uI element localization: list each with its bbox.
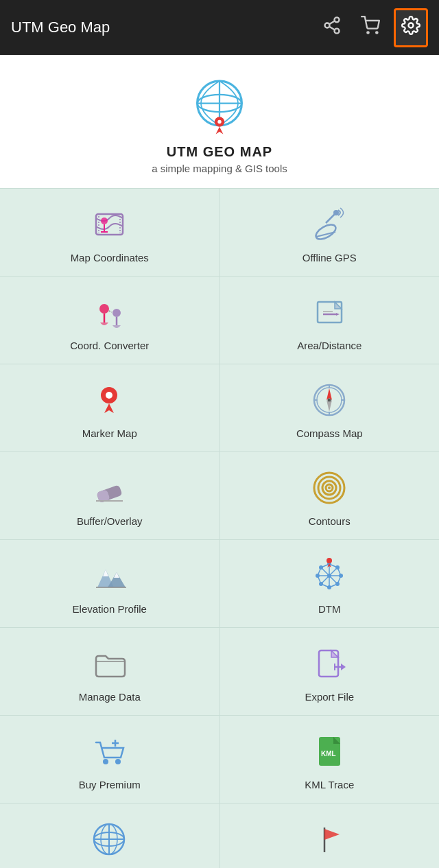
app-name: UTM GEO MAP <box>167 144 272 160</box>
kml-trace-icon: KML <box>309 731 350 772</box>
marker-map-icon <box>89 379 130 421</box>
svg-line-69 <box>337 567 341 576</box>
svg-point-88 <box>115 759 121 764</box>
grid-cell-compass-map[interactable]: Compass Map <box>220 364 440 451</box>
svg-line-67 <box>329 564 337 567</box>
svg-point-26 <box>112 309 121 317</box>
hero-section: UTM GEO MAP a simple mapping & GIS tools <box>0 55 439 188</box>
export-file-icon <box>309 643 350 684</box>
svg-line-70 <box>318 576 321 584</box>
kml-trace-label: KML Trace <box>305 779 354 790</box>
grid-cell-kml-trace[interactable]: KML KML Trace <box>220 716 440 803</box>
grid-cell-map-coordinates[interactable]: Map Coordinates <box>0 189 220 276</box>
grid-cell-marker-map[interactable]: Marker Map <box>0 364 220 451</box>
grid-cell-area-distance[interactable]: Area/Distance <box>220 277 440 364</box>
grid-cell-contours[interactable]: Contours <box>220 452 440 539</box>
app-header: UTM Geo Map <box>0 0 439 55</box>
grid-cell-dtm[interactable]: DTM <box>220 540 440 627</box>
svg-line-28 <box>109 311 112 312</box>
globe-icon <box>189 75 250 137</box>
grid-cell-coord-converter[interactable]: Coord. Converter <box>0 277 220 364</box>
cart-icon[interactable] <box>355 10 385 45</box>
svg-point-22 <box>333 210 339 215</box>
export-file-label: Export File <box>305 691 354 703</box>
app-subtitle: a simple mapping & GIS tools <box>152 163 287 174</box>
grid-cell-elevation-profile[interactable]: Elevation Profile <box>0 540 220 627</box>
manage-data-icon <box>89 643 130 684</box>
coord-converter-icon <box>89 292 130 333</box>
svg-line-79 <box>321 576 329 584</box>
svg-point-82 <box>327 558 332 563</box>
map-coordinates-label: Map Coordinates <box>71 252 149 263</box>
svg-marker-37 <box>327 388 332 400</box>
svg-line-21 <box>326 214 335 223</box>
area-distance-label: Area/Distance <box>297 340 361 351</box>
svg-marker-85 <box>341 664 346 670</box>
grid-cell-buffer-overlay[interactable]: Buffer/Overlay <box>0 452 220 539</box>
svg-line-4 <box>329 21 335 24</box>
svg-marker-31 <box>336 313 340 316</box>
dtm-label: DTM <box>318 603 341 615</box>
svg-line-68 <box>318 567 321 576</box>
elevation-profile-icon <box>89 555 130 596</box>
svg-marker-38 <box>327 400 332 412</box>
svg-point-87 <box>103 759 108 764</box>
compass-map-label: Compass Map <box>296 427 363 439</box>
svg-line-81 <box>329 576 337 584</box>
svg-point-34 <box>106 392 112 399</box>
svg-point-6 <box>376 32 377 33</box>
svg-point-13 <box>217 120 221 124</box>
dtm-icon <box>309 555 350 596</box>
share-icon[interactable] <box>317 10 347 45</box>
svg-marker-54 <box>103 570 108 576</box>
svg-point-15 <box>101 218 108 224</box>
area-distance-icon <box>309 292 350 333</box>
grid-cell-find-point[interactable]: Find Point <box>220 804 440 868</box>
svg-line-74 <box>321 567 329 576</box>
svg-line-76 <box>329 567 337 576</box>
grid-cell-buy-premium[interactable]: Buy Premium <box>0 716 220 803</box>
svg-marker-55 <box>114 572 119 578</box>
svg-line-71 <box>337 576 341 584</box>
svg-point-24 <box>99 304 109 314</box>
settings-icon[interactable] <box>394 8 428 47</box>
contours-icon <box>309 467 350 508</box>
svg-line-72 <box>321 584 329 587</box>
manage-data-label: Manage Data <box>79 691 141 703</box>
grid-cell-worldwide-crs[interactable]: Worldwide CRS <box>0 804 220 868</box>
compass-map-icon <box>309 379 350 421</box>
svg-line-66 <box>321 564 329 567</box>
svg-point-5 <box>367 32 368 33</box>
svg-line-3 <box>329 26 335 30</box>
buffer-overlay-label: Buffer/Overlay <box>77 515 143 527</box>
buffer-overlay-icon <box>89 467 130 508</box>
app-title: UTM Geo Map <box>11 19 309 36</box>
svg-text:KML: KML <box>321 750 336 758</box>
offline-gps-icon <box>309 204 350 245</box>
map-coordinates-icon <box>89 204 130 245</box>
buy-premium-label: Buy Premium <box>79 779 141 790</box>
elevation-profile-label: Elevation Profile <box>73 603 147 615</box>
grid-cell-manage-data[interactable]: Manage Data <box>0 628 220 715</box>
svg-marker-99 <box>324 829 340 840</box>
grid-cell-export-file[interactable]: Export File <box>220 628 440 715</box>
coord-converter-label: Coord. Converter <box>70 340 149 351</box>
worldwide-crs-icon <box>89 819 130 860</box>
marker-map-label: Marker Map <box>82 427 137 439</box>
find-point-icon <box>309 819 350 860</box>
svg-point-43 <box>327 398 331 401</box>
svg-point-51 <box>328 486 331 489</box>
buy-premium-icon <box>89 731 130 772</box>
grid-cell-offline-gps[interactable]: Offline GPS <box>220 189 440 276</box>
svg-line-73 <box>329 584 337 587</box>
offline-gps-label: Offline GPS <box>302 252 357 263</box>
contours-label: Contours <box>309 515 351 527</box>
main-grid: Map Coordinates Offline GPS <box>0 188 439 868</box>
svg-point-7 <box>409 23 414 27</box>
